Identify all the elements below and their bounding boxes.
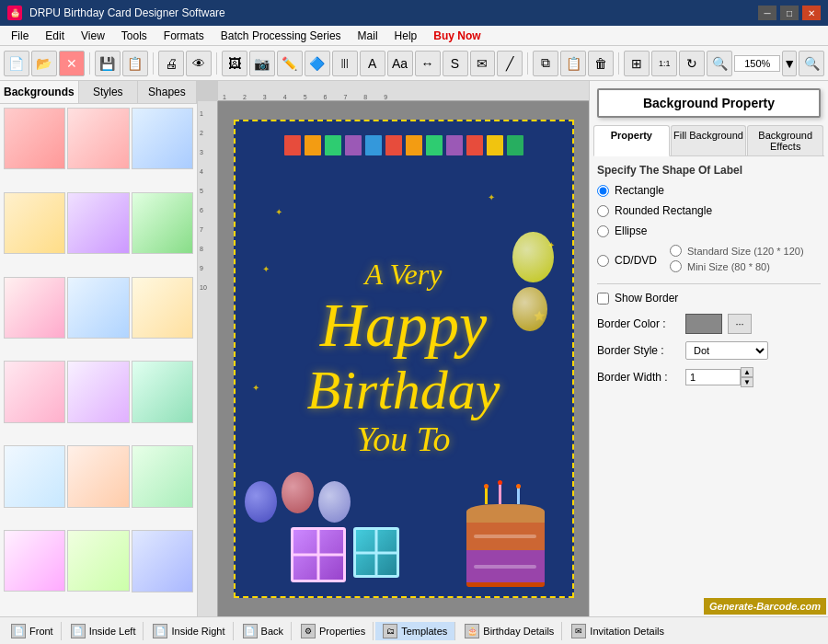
paste-button[interactable]: 📋 xyxy=(560,51,586,76)
tab-backgrounds[interactable]: Backgrounds xyxy=(0,81,79,103)
minimize-button[interactable]: ─ xyxy=(758,6,776,20)
bottom-front[interactable]: 📄 Front xyxy=(4,622,62,640)
shape-cddvd-label[interactable]: CD/DVD xyxy=(615,254,657,267)
bottom-templates[interactable]: 🗂 Templates xyxy=(375,622,455,640)
spinner-up[interactable]: ▲ xyxy=(741,367,753,377)
shape-ellipse-radio[interactable] xyxy=(597,225,609,237)
bg-thumb-3[interactable] xyxy=(132,108,193,169)
candle-1 xyxy=(485,488,488,504)
bg-thumb-7[interactable] xyxy=(4,277,65,339)
bg-thumb-4[interactable] xyxy=(4,192,65,254)
print-button[interactable]: 🖨 xyxy=(158,51,184,76)
zoom-in-button[interactable]: 🔍 xyxy=(707,51,732,76)
menu-tools[interactable]: Tools xyxy=(114,28,155,44)
maximize-button[interactable]: □ xyxy=(780,6,799,20)
cake-stripe2 xyxy=(474,565,536,569)
new-button[interactable]: 📄 xyxy=(4,51,29,76)
bg-thumb-15[interactable] xyxy=(132,445,193,507)
bg-thumb-11[interactable] xyxy=(67,361,129,422)
camera-button[interactable]: 📷 xyxy=(249,51,275,76)
bottom-inside-right[interactable]: 📄 Inside Right xyxy=(145,622,233,640)
bg-thumb-5[interactable] xyxy=(67,192,129,254)
border-width-input[interactable] xyxy=(685,369,741,385)
arrow-button[interactable]: ↔ xyxy=(415,51,441,76)
save-as-button[interactable]: 📋 xyxy=(122,51,148,76)
bg-thumb-10[interactable] xyxy=(4,361,65,422)
shape-rectangle-label[interactable]: Rectangle xyxy=(615,184,664,197)
standard-size-radio[interactable] xyxy=(670,245,682,257)
bg-thumb-2[interactable] xyxy=(67,108,129,169)
menu-edit[interactable]: Edit xyxy=(38,28,72,44)
shape-ellipse-label[interactable]: Ellipse xyxy=(615,224,647,237)
border-style-select[interactable]: Dot Solid Dash Dash Dot Dash Dot Dot xyxy=(685,341,768,360)
shape-rounded-label[interactable]: Rounded Rectangle xyxy=(615,204,712,217)
tab-shapes[interactable]: Shapes xyxy=(138,81,197,103)
menu-file[interactable]: File xyxy=(4,28,36,44)
menu-formats[interactable]: Formats xyxy=(156,28,212,44)
border-color-picker-button[interactable]: ··· xyxy=(728,314,752,334)
spinner-down[interactable]: ▼ xyxy=(741,377,753,387)
shape-rounded-radio[interactable] xyxy=(597,205,609,217)
bg-thumb-1[interactable] xyxy=(4,108,65,169)
delete-button[interactable]: 🗑 xyxy=(588,51,614,76)
flag-9 xyxy=(446,135,463,155)
bg-thumb-9[interactable] xyxy=(132,277,193,339)
menu-help[interactable]: Help xyxy=(387,28,425,44)
bottom-birthday-details[interactable]: 🎂 Birthday Details xyxy=(457,622,562,640)
card-canvas[interactable]: ✦ ✦ ✦ ✦ ⭐ ✦ A Very Happy Birthday You To xyxy=(234,120,574,598)
copy-button[interactable]: ⧉ xyxy=(533,51,558,76)
menu-view[interactable]: View xyxy=(74,28,112,44)
shape-cddvd-radio[interactable] xyxy=(597,255,609,267)
bg-thumb-13[interactable] xyxy=(4,445,65,507)
title-bar: 🎂 DRPU Birthday Card Designer Software ─… xyxy=(0,0,828,26)
bg-thumb-17[interactable] xyxy=(67,530,129,592)
font-button[interactable]: Aa xyxy=(387,51,413,76)
bottom-back[interactable]: 📄 Back xyxy=(236,622,292,640)
balloons xyxy=(245,481,351,523)
open-button[interactable]: 📂 xyxy=(31,51,57,76)
line-button[interactable]: ╱ xyxy=(497,51,523,76)
ratio-button[interactable]: 1:1 xyxy=(651,51,677,76)
bg-thumb-8[interactable] xyxy=(67,277,129,339)
print-preview-button[interactable]: 👁 xyxy=(186,51,212,76)
show-border-checkbox[interactable] xyxy=(597,293,609,305)
rotate-button[interactable]: ↻ xyxy=(679,51,705,76)
tab-styles[interactable]: Styles xyxy=(79,81,138,103)
show-border-label[interactable]: Show Border xyxy=(615,292,678,305)
tab-property[interactable]: Property xyxy=(593,125,670,156)
image-button[interactable]: 🖼 xyxy=(222,51,247,76)
toolbar: 📄 📂 ✕ 💾 📋 🖨 👁 🖼 📷 ✏️ 🔷 ||| A Aa ↔ S ✉ ╱ … xyxy=(0,46,828,81)
close-button[interactable]: ✕ xyxy=(802,6,821,20)
close-doc-button[interactable]: ✕ xyxy=(59,51,85,76)
polygon-button[interactable]: 🔷 xyxy=(305,51,330,76)
bg-thumb-14[interactable] xyxy=(67,445,129,507)
save-button[interactable]: 💾 xyxy=(95,51,121,76)
zoom-dropdown[interactable]: ▼ xyxy=(782,51,797,76)
bottom-properties[interactable]: ⚙ Properties xyxy=(293,622,374,640)
zoom-out-button[interactable]: 🔍 xyxy=(799,51,824,76)
app-icon: 🎂 xyxy=(7,6,22,20)
mini-size-row: Mini Size (80 * 80) xyxy=(670,260,804,272)
bg-thumb-6[interactable] xyxy=(132,192,193,254)
bg-thumb-16[interactable] xyxy=(4,530,65,592)
bg-thumb-12[interactable] xyxy=(132,361,193,422)
draw-button[interactable]: ✏️ xyxy=(277,51,303,76)
table-button[interactable]: ⊞ xyxy=(624,51,650,76)
tab-background-effects[interactable]: Background Effects xyxy=(747,125,823,155)
text-button[interactable]: A xyxy=(360,51,385,76)
border-color-swatch[interactable] xyxy=(685,314,722,334)
bg-thumb-18[interactable] xyxy=(132,530,193,592)
menu-batch[interactable]: Batch Processing Series xyxy=(213,28,349,44)
email-button[interactable]: ✉ xyxy=(470,51,496,76)
bottom-invitation-details[interactable]: ✉ Invitation Details xyxy=(564,622,672,640)
menu-buy[interactable]: Buy Now xyxy=(426,28,488,44)
tab-fill-background[interactable]: Fill Background xyxy=(671,125,747,155)
property-tabs: Property Fill Background Background Effe… xyxy=(593,125,824,156)
shape-rectangle-radio[interactable] xyxy=(597,185,609,197)
mini-size-radio[interactable] xyxy=(670,260,682,272)
shape-button[interactable]: S xyxy=(443,51,468,76)
menu-mail[interactable]: Mail xyxy=(351,28,385,44)
flag-8 xyxy=(426,135,443,155)
barcode-button[interactable]: ||| xyxy=(332,51,358,76)
bottom-inside-left[interactable]: 📄 Inside Left xyxy=(63,622,144,640)
